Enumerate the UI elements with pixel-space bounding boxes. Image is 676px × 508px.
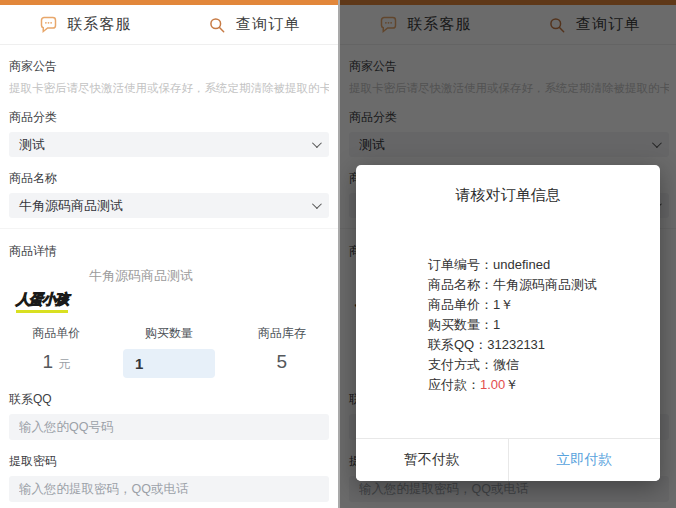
category-select[interactable]: 测试 xyxy=(9,132,329,157)
quantity-input[interactable] xyxy=(123,349,215,378)
notice-label: 商家公告 xyxy=(9,58,329,75)
extract-password-input[interactable] xyxy=(9,476,329,502)
unit-price-value: 1￥ xyxy=(493,297,513,312)
notice-text: 提取卡密后请尽快激活使用或保存好，系统定期清除被提取的卡密 xyxy=(9,81,329,96)
dimmed-page-panel: 联系客服 查询订单 商家公告 提取卡密后请尽快激活使用或保存好，系统定期清除被提… xyxy=(338,0,676,508)
payable-currency: ￥ xyxy=(505,377,518,392)
contact-service-label: 联系客服 xyxy=(68,15,132,34)
screenshot-stage: 联系客服 查询订单 商家公告 提取卡密后请尽快激活使用或保存好，系统定期清除被提… xyxy=(0,0,676,508)
password-section: 提取密码 xyxy=(0,453,338,502)
payable-amount: 1.00 xyxy=(480,377,505,392)
product-section: 商品名称 牛角源码商品测试 xyxy=(0,170,338,218)
product-detail-section: 商品详情 牛角源码商品测试 人蛋小孩 xyxy=(0,228,338,313)
product-selected-value: 牛角源码商品测试 xyxy=(19,197,123,215)
payable-label: 应付款： xyxy=(428,377,480,392)
contact-qq-label: 联系QQ： xyxy=(428,337,487,352)
payable-amount-row: 应付款：1.00￥ xyxy=(428,375,660,395)
purchase-info-row: 商品单价 1 元 购买数量 商品库存 5 xyxy=(0,325,338,378)
product-detail-text: 牛角源码商品测试 xyxy=(89,267,329,285)
payment-method-label: 支付方式： xyxy=(428,357,493,372)
product-select[interactable]: 牛角源码商品测试 xyxy=(9,193,329,218)
product-name-value: 牛角源码商品测试 xyxy=(493,277,597,292)
payment-method-row: 支付方式：微信 xyxy=(428,355,660,375)
dialog-title: 请核对订单信息 xyxy=(356,165,660,205)
qq-section: 联系QQ xyxy=(0,391,338,440)
page-header: 联系客服 查询订单 xyxy=(0,5,338,45)
unit-price-unit: 元 xyxy=(58,357,70,371)
storefront-page: 联系客服 查询订单 商家公告 提取卡密后请尽快激活使用或保存好，系统定期清除被提… xyxy=(0,0,338,508)
extract-password-label: 提取密码 xyxy=(9,453,329,470)
quantity-row: 购买数量：1 xyxy=(428,315,660,335)
stock-value: 5 xyxy=(276,351,287,372)
contact-service-button[interactable]: 联系客服 xyxy=(0,14,169,35)
order-number-row: 订单编号：undefined xyxy=(428,255,660,275)
chevron-down-icon xyxy=(312,138,322,148)
contact-qq-value: 31232131 xyxy=(487,337,545,352)
qq-number-input[interactable] xyxy=(9,414,329,440)
quantity-label: 购买数量： xyxy=(428,317,493,332)
stock-column: 商品库存 5 xyxy=(225,325,338,378)
product-detail-label: 商品详情 xyxy=(9,243,329,260)
unit-price-label: 商品单价 xyxy=(0,325,113,342)
category-label: 商品分类 xyxy=(9,109,329,126)
cancel-payment-button[interactable]: 暂不付款 xyxy=(356,439,508,481)
product-name-label: 商品名称： xyxy=(428,277,493,292)
chevron-down-icon xyxy=(312,199,322,209)
product-name-label: 商品名称 xyxy=(9,170,329,187)
search-icon xyxy=(207,15,227,35)
order-number-label: 订单编号： xyxy=(428,257,493,272)
unit-price-row: 商品单价：1￥ xyxy=(428,295,660,315)
order-number-value: undefined xyxy=(493,257,550,272)
category-selected-value: 测试 xyxy=(19,136,45,154)
payment-method-value: 微信 xyxy=(493,357,519,372)
unit-price-column: 商品单价 1 元 xyxy=(0,325,113,378)
product-name-row: 商品名称：牛角源码商品测试 xyxy=(428,275,660,295)
quantity-label: 购买数量 xyxy=(113,325,226,342)
category-section: 商品分类 测试 xyxy=(0,109,338,157)
quantity-value: 1 xyxy=(493,317,500,332)
notice-section: 商家公告 提取卡密后请尽快激活使用或保存好，系统定期清除被提取的卡密 xyxy=(0,58,338,96)
unit-price-label: 商品单价： xyxy=(428,297,493,312)
contact-qq-row: 联系QQ：31232131 xyxy=(428,335,660,355)
unit-price-value: 1 xyxy=(42,351,53,372)
brand-logo: 人蛋小孩 xyxy=(16,291,68,313)
chat-bubble-icon xyxy=(38,14,59,35)
query-order-button[interactable]: 查询订单 xyxy=(169,15,338,35)
contact-qq-label: 联系QQ xyxy=(9,391,329,408)
pay-now-button[interactable]: 立即付款 xyxy=(508,439,661,481)
stock-label: 商品库存 xyxy=(225,325,338,342)
dialog-footer: 暂不付款 立即付款 xyxy=(356,438,660,481)
order-info-list: 订单编号：undefined 商品名称：牛角源码商品测试 商品单价：1￥ 购买数… xyxy=(356,255,660,395)
quantity-column: 购买数量 xyxy=(113,325,226,378)
order-confirm-dialog: 请核对订单信息 订单编号：undefined 商品名称：牛角源码商品测试 商品单… xyxy=(356,165,660,481)
query-order-label: 查询订单 xyxy=(236,15,300,34)
